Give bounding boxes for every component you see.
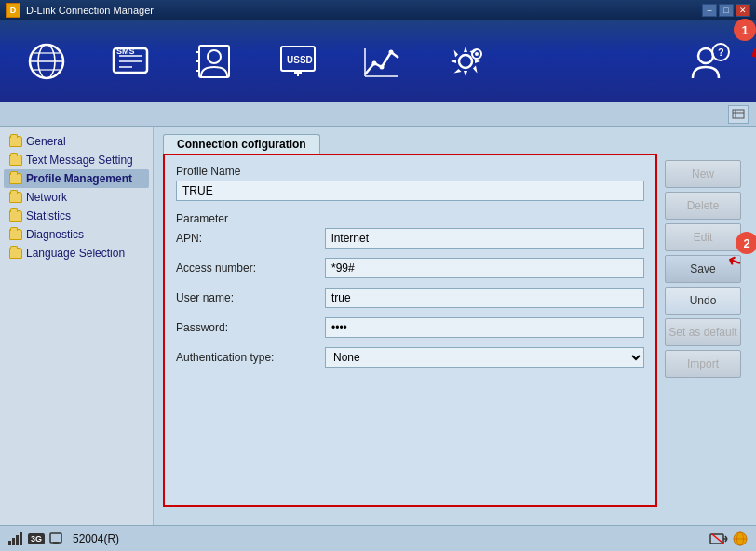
statusbar: 3G 52004(R) — [0, 525, 756, 551]
form-content: Profile Name Parameter APN: A — [163, 154, 657, 507]
svg-rect-35 — [16, 535, 19, 545]
folder-icon — [9, 173, 22, 184]
parameter-section: Parameter APN: Access number: — [176, 212, 644, 338]
signal-icons: 3G — [7, 531, 63, 546]
svg-rect-33 — [8, 541, 11, 545]
window-controls: – □ ✕ — [702, 4, 750, 17]
svg-text:?: ? — [718, 47, 724, 58]
username-label: User name: — [176, 291, 325, 304]
import-button[interactable]: Import — [665, 350, 741, 378]
form-panel: Connection cofiguration Profile Name Par… — [163, 134, 657, 517]
access-number-input-wrapper — [325, 258, 644, 278]
sidebar-item-text-message[interactable]: Text Message Setting — [4, 151, 149, 169]
titlebar: D D-Link Connection Manager – □ ✕ — [0, 0, 756, 20]
svg-point-26 — [475, 52, 479, 56]
help-icon: ? — [689, 41, 730, 82]
access-number-label: Access number: — [176, 262, 325, 275]
folder-icon — [9, 136, 22, 147]
set-default-button[interactable]: Set as default — [665, 318, 741, 346]
sidebar-item-statistics[interactable]: Statistics — [4, 207, 149, 225]
subtoolbar — [0, 102, 756, 127]
folder-icon — [9, 210, 22, 222]
svg-rect-30 — [733, 110, 744, 118]
subtoolbar-action-button[interactable] — [728, 105, 749, 124]
undo-button[interactable]: Undo — [665, 287, 741, 315]
password-row: Password: — [176, 317, 644, 338]
apn-label: APN: — [176, 232, 325, 245]
toolbar-internet-button[interactable] — [9, 26, 84, 97]
auth-type-select-wrapper: None PAP CHAP PAP or CHAP — [325, 347, 644, 368]
svg-point-11 — [208, 50, 221, 63]
password-input[interactable] — [325, 317, 644, 338]
svg-point-19 — [372, 61, 377, 66]
folder-icon — [9, 155, 22, 166]
apn-row: APN: — [176, 228, 644, 249]
sidebar: General Text Message Setting Profile Man… — [0, 127, 154, 525]
signal-icon — [7, 531, 24, 546]
svg-text:SMS: SMS — [116, 47, 135, 56]
svg-point-20 — [380, 65, 385, 70]
auth-type-row: Authentication type: None PAP CHAP PAP o… — [176, 347, 644, 368]
svg-point-24 — [459, 55, 472, 68]
minimize-button[interactable]: – — [702, 4, 717, 17]
svg-point-27 — [698, 48, 713, 63]
svg-text:USSD: USSD — [287, 55, 313, 65]
folder-icon — [9, 248, 22, 259]
status-code: 52004(R) — [73, 532, 119, 545]
sidebar-item-profile[interactable]: Profile Management — [4, 169, 149, 188]
new-button[interactable]: New — [665, 160, 741, 188]
svg-line-44 — [712, 534, 723, 544]
sidebar-item-network[interactable]: Network — [4, 188, 149, 207]
main-content: General Text Message Setting Profile Man… — [0, 127, 756, 525]
svg-rect-37 — [50, 533, 61, 543]
auth-type-select[interactable]: None PAP CHAP PAP or CHAP — [325, 347, 644, 368]
sidebar-item-general[interactable]: General — [4, 132, 149, 151]
sms-icon: SMS — [110, 41, 151, 82]
svg-rect-36 — [20, 532, 22, 545]
folder-icon — [9, 192, 22, 203]
tab-connection-config[interactable]: Connection cofiguration — [163, 134, 320, 154]
app-logo: D — [6, 3, 20, 18]
password-label: Password: — [176, 321, 325, 334]
username-input-wrapper — [325, 288, 644, 308]
close-button[interactable]: ✕ — [736, 4, 750, 17]
access-number-row: Access number: — [176, 258, 644, 278]
toolbar: SMS USSD — [0, 20, 756, 102]
network-status-icon — [709, 531, 728, 546]
apn-input[interactable] — [325, 228, 644, 249]
toolbar-ussd-button[interactable]: USSD — [261, 26, 335, 97]
sidebar-item-language[interactable]: Language Selection — [4, 244, 149, 262]
network-icon — [48, 531, 63, 546]
annotation-circle-2: 2 — [736, 232, 756, 254]
profile-name-group: Profile Name — [176, 165, 644, 201]
folder-icon — [9, 229, 22, 240]
status-right-icons — [709, 531, 749, 547]
svg-point-21 — [389, 50, 394, 55]
globe-icon — [26, 41, 67, 82]
arrow-1: ➜ — [746, 38, 756, 68]
username-input[interactable] — [325, 288, 644, 308]
profile-name-input[interactable] — [176, 181, 644, 201]
contacts-icon — [194, 41, 235, 82]
toolbar-contacts-button[interactable] — [177, 26, 251, 97]
sidebar-item-diagnostics[interactable]: Diagnostics — [4, 225, 149, 244]
edit-button[interactable]: Edit — [665, 223, 741, 251]
toolbar-settings-button[interactable] — [428, 26, 503, 97]
toolbar-stats-button[interactable] — [344, 26, 419, 97]
annotation-circle-1: 1 — [734, 19, 756, 41]
window-title: D-Link Connection Manager — [26, 5, 702, 16]
delete-button[interactable]: Delete — [665, 192, 741, 220]
profile-name-label: Profile Name — [176, 165, 644, 178]
content-area: Connection cofiguration Profile Name Par… — [154, 127, 756, 525]
chart-icon — [361, 41, 402, 82]
username-row: User name: — [176, 288, 644, 308]
tab-bar: Connection cofiguration — [163, 134, 657, 154]
settings-icon — [445, 41, 486, 82]
toolbar-sms-button[interactable]: SMS — [93, 26, 168, 97]
parameter-label: Parameter — [176, 212, 644, 225]
maximize-button[interactable]: □ — [719, 4, 734, 17]
3g-badge: 3G — [28, 533, 45, 544]
ussd-icon: USSD — [277, 41, 318, 82]
action-panel: New Delete Edit Save Undo Set as default… — [665, 134, 747, 517]
access-number-input[interactable] — [325, 258, 644, 278]
